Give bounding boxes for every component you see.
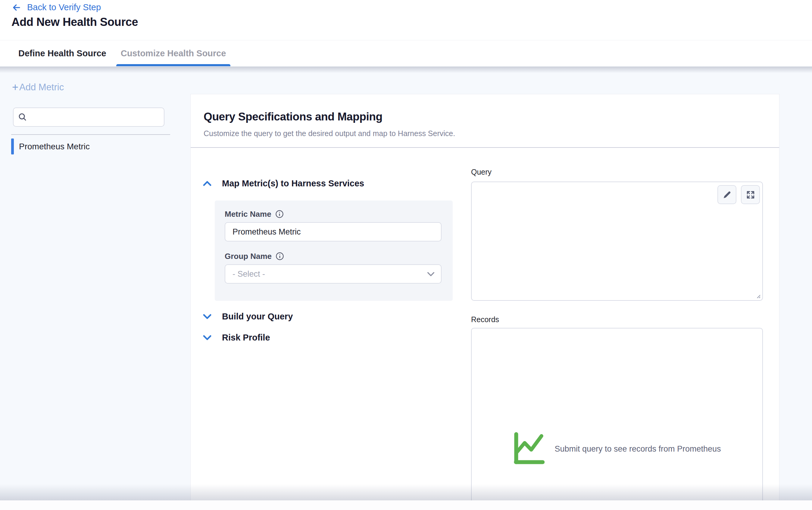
add-metric-label: Add Metric <box>19 82 64 93</box>
back-link-label: Back to Verify Step <box>27 2 101 12</box>
pencil-icon <box>723 190 732 199</box>
chevron-down-icon <box>427 272 435 277</box>
card-title: Query Specifications and Mapping <box>204 111 766 123</box>
resize-grip-icon[interactable] <box>754 292 761 299</box>
query-toolbar <box>718 185 760 204</box>
tab-label: Define Health Source <box>18 49 106 58</box>
selected-indicator <box>11 139 14 154</box>
metric-name-label: Metric Name <box>225 210 271 219</box>
line-chart-icon <box>513 432 544 466</box>
metric-name-input[interactable] <box>225 222 441 241</box>
tabbar-shadow <box>0 66 812 73</box>
add-metric-button[interactable]: + Add Metric <box>12 82 64 93</box>
active-tab-indicator <box>116 64 231 66</box>
page-header: Back to Verify Step Add New Health Sourc… <box>0 0 812 40</box>
tab-define-health-source[interactable]: Define Health Source <box>14 40 111 66</box>
query-editor <box>471 182 763 301</box>
records-empty-state: Submit query to see records from Prometh… <box>513 432 721 466</box>
back-link[interactable]: Back to Verify Step <box>11 2 101 12</box>
metric-item-label: Prometheus Metric <box>19 142 90 151</box>
page-title: Add New Health Source <box>11 16 138 29</box>
sidebar-item-prometheus-metric[interactable]: Prometheus Metric <box>11 139 90 154</box>
expand-query-button[interactable] <box>741 185 760 204</box>
plus-icon: + <box>12 83 18 92</box>
back-arrow-icon <box>11 3 22 12</box>
metric-search-box[interactable] <box>13 108 165 127</box>
search-input[interactable] <box>30 112 160 122</box>
map-metrics-panel: Metric Name Group Name - Select - <box>215 201 453 301</box>
records-label: Records <box>471 315 499 324</box>
tab-label: Customize Health Source <box>121 49 226 58</box>
page: Back to Verify Step Add New Health Sourc… <box>0 0 812 510</box>
card-subtitle: Customize the query to get the desired o… <box>204 129 766 138</box>
tab-customize-health-source[interactable]: Customize Health Source <box>116 40 231 66</box>
card-header: Query Specifications and Mapping Customi… <box>191 94 779 148</box>
group-name-label: Group Name <box>225 252 272 261</box>
records-empty-text: Submit query to see records from Prometh… <box>554 432 721 466</box>
section-label: Build your Query <box>222 311 293 322</box>
group-name-select-value: - Select - <box>233 269 265 279</box>
metric-name-label-row: Metric Name <box>225 210 453 218</box>
section-label: Map Metric(s) to Harness Services <box>222 179 364 188</box>
expand-icon <box>746 190 755 199</box>
footer-bar <box>0 500 812 510</box>
query-spec-card: Query Specifications and Mapping Customi… <box>190 94 780 500</box>
section-risk-profile-toggle[interactable]: Risk Profile <box>203 333 270 342</box>
search-icon <box>18 112 27 122</box>
records-panel: Submit query to see records from Prometh… <box>471 328 763 501</box>
chevron-down-icon <box>203 335 212 340</box>
section-label: Risk Profile <box>222 333 270 342</box>
info-icon[interactable] <box>276 252 284 261</box>
sidebar-divider <box>11 134 170 135</box>
group-name-label-row: Group Name <box>225 252 453 261</box>
tab-bar: Define Health Source Customize Health So… <box>0 40 812 66</box>
section-build-your-query-toggle[interactable]: Build your Query <box>203 311 293 322</box>
info-icon[interactable] <box>275 210 284 218</box>
chevron-up-icon <box>203 181 212 186</box>
chevron-down-icon <box>203 314 212 320</box>
group-name-select[interactable]: - Select - <box>225 264 441 283</box>
query-label: Query <box>471 168 492 176</box>
edit-query-button[interactable] <box>718 185 736 204</box>
section-map-metrics-toggle[interactable]: Map Metric(s) to Harness Services <box>203 179 364 188</box>
